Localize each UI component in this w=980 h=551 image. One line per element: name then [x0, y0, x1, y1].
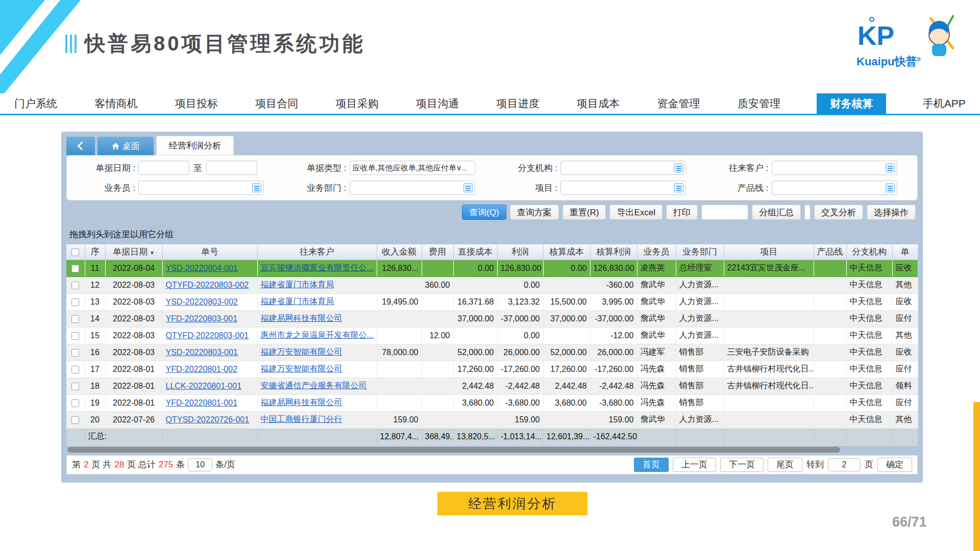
browse-list-icon[interactable] — [886, 163, 895, 172]
column-header-直接成本[interactable]: 直接成本 — [453, 244, 497, 260]
nav-item-项目投标[interactable]: 项目投标 — [174, 93, 219, 114]
column-header-产品线[interactable]: 产品线 — [814, 244, 846, 260]
link-no[interactable]: LLCK-20220801-001 — [166, 382, 242, 390]
horizontal-scrollbar[interactable] — [67, 447, 917, 454]
tab-profit-analysis[interactable]: 经营利润分析 — [156, 136, 234, 155]
row-checkbox[interactable] — [71, 315, 79, 323]
row-checkbox[interactable] — [71, 383, 79, 390]
table-row[interactable]: 172022-08-01YFD-20220801-002福建万安智能有限公司17… — [66, 361, 918, 378]
link-customer[interactable]: 宜宾骏继洪骝置业有限责任公... — [261, 263, 374, 272]
column-header-核算利润[interactable]: 核算利润 — [590, 244, 637, 260]
table-row[interactable]: 132022-08-03YSD-20220803-002福建省厦门市体育局19,… — [66, 293, 918, 310]
browse-list-icon[interactable] — [463, 183, 473, 192]
link-no[interactable]: QTYFD-20220803-002 — [166, 281, 249, 289]
column-header-分支机构[interactable]: 分支机构 — [846, 244, 892, 260]
查询方案-button[interactable]: 查询方案 — [510, 205, 559, 220]
link-customer[interactable]: 安徽省通信产业服务有限公司 — [261, 381, 367, 390]
prev-page-button[interactable]: 上一页 — [673, 458, 716, 472]
link-customer[interactable]: 福建万安智能有限公司 — [261, 364, 342, 373]
link-no[interactable]: QTYFD-20220803-001 — [166, 331, 249, 340]
goto-confirm-button[interactable]: 确定 — [877, 458, 912, 472]
查询Q-button[interactable]: 查询(Q) — [462, 205, 506, 220]
link-customer[interactable]: 福建易网科技有限公司 — [261, 398, 342, 407]
column-header-往来客户[interactable]: 往来客户 — [257, 244, 377, 260]
link-no[interactable]: YSD-20220804-001 — [166, 264, 238, 272]
table-row[interactable]: 182022-08-01LLCK-20220801-001安徽省通信产业服务有限… — [66, 378, 918, 394]
link-customer[interactable]: 福建省厦门市体育局 — [261, 297, 334, 306]
goto-page-input[interactable]: 2 — [828, 458, 861, 471]
交叉分析-button[interactable]: 交叉分析 — [814, 205, 863, 220]
link-customer[interactable]: 中国工商银行厦门分行 — [261, 415, 342, 423]
table-row[interactable]: 202022-07-26QTYSD-20220726-001中国工商银行厦门分行… — [66, 411, 918, 428]
column-header-单据日期[interactable]: 单据日期▼ — [105, 244, 162, 260]
group-drop-zone[interactable]: 拖拽列头到这里以用它分组 — [61, 224, 923, 244]
back-button[interactable] — [66, 137, 95, 155]
选择操作-button[interactable]: 选择操作 — [867, 205, 916, 220]
next-page-button[interactable]: 下一页 — [720, 458, 764, 472]
tab-desktop[interactable]: 桌面 — [97, 137, 154, 155]
table-row[interactable]: 192022-08-01YFD-20220801-001福建易网科技有限公司3,… — [66, 394, 918, 411]
nav-item-项目成本[interactable]: 项目成本 — [576, 93, 621, 114]
nav-item-项目合同[interactable]: 项目合同 — [254, 93, 299, 114]
分组汇总-button[interactable]: 分组汇总 — [752, 205, 801, 220]
row-checkbox[interactable] — [71, 298, 79, 306]
column-header-利润[interactable]: 利润 — [497, 244, 543, 260]
horizontal-scrollbar-thumb[interactable] — [67, 447, 840, 453]
browse-list-icon[interactable] — [674, 183, 683, 192]
link-customer[interactable]: 福建万安智能有限公司 — [261, 347, 342, 356]
row-checkbox[interactable] — [71, 349, 79, 357]
row-checkbox[interactable] — [71, 332, 79, 340]
link-no[interactable]: YFD-20220803-001 — [166, 314, 238, 323]
browse-input[interactable] — [560, 181, 686, 195]
table-row[interactable]: 122022-08-03QTYFD-20220803-002福建省厦门市体育局3… — [66, 277, 918, 293]
sort-desc-icon[interactable]: ▼ — [150, 250, 155, 256]
browse-input[interactable] — [350, 181, 475, 195]
row-checkbox[interactable] — [71, 265, 79, 272]
nav-item-财务核算[interactable]: 财务核算 — [817, 93, 886, 114]
column-header-核算成本[interactable]: 核算成本 — [543, 244, 590, 260]
doc-type-select[interactable]: 应收单,其他应收单,其他应付单∨.. — [350, 161, 475, 175]
browse-list-icon[interactable] — [886, 183, 895, 192]
打印-button[interactable]: 打印 — [666, 205, 698, 220]
column-header-单号[interactable]: 单号 — [162, 244, 257, 260]
row-checkbox[interactable] — [71, 366, 79, 373]
link-no[interactable]: YFD-20220801-001 — [166, 398, 238, 407]
column-header-序[interactable]: 序 — [85, 244, 105, 260]
link-customer[interactable]: 惠州市龙之泉温泉开发有限公... — [261, 331, 374, 339]
nav-item-项目采购[interactable]: 项目采购 — [335, 93, 380, 114]
last-page-button[interactable]: 尾页 — [768, 458, 802, 472]
link-customer[interactable]: 福建易网科技有限公司 — [261, 314, 342, 322]
browse-input[interactable] — [772, 161, 897, 175]
table-row[interactable]: 142022-08-03YFD-20220803-001福建易网科技有限公司37… — [66, 310, 918, 327]
page-size-input[interactable]: 10 — [188, 458, 212, 471]
nav-item-资金管理[interactable]: 资金管理 — [656, 93, 701, 114]
column-header-收入金额[interactable]: 收入金额 — [377, 244, 422, 260]
first-page-button[interactable]: 首页 — [634, 458, 669, 472]
table-row[interactable]: 162022-08-03YSD-20220803-001福建万安智能有限公司78… — [66, 344, 918, 361]
nav-item-项目进度[interactable]: 项目进度 — [496, 93, 541, 114]
row-checkbox[interactable] — [71, 399, 79, 407]
nav-item-门户系统[interactable]: 门户系统 — [13, 93, 58, 114]
nav-item-手机APP[interactable]: 手机APP — [922, 93, 967, 114]
date-to-input[interactable] — [206, 161, 257, 175]
select-all-checkbox[interactable] — [71, 248, 79, 256]
nav-item-质安管理[interactable]: 质安管理 — [737, 93, 781, 114]
toolbar-spacer[interactable] — [701, 205, 748, 220]
browse-input[interactable] — [138, 181, 264, 195]
date-from-input[interactable] — [138, 161, 189, 175]
row-checkbox[interactable] — [71, 282, 79, 289]
column-header-业务部门[interactable]: 业务部门 — [676, 244, 724, 260]
重置R-button[interactable]: 重置(R) — [562, 205, 606, 220]
link-no[interactable]: YFD-20220801-002 — [166, 365, 238, 373]
column-header-业务员[interactable]: 业务员 — [637, 244, 676, 260]
link-no[interactable]: QTYSD-20220726-001 — [166, 415, 250, 424]
browse-input[interactable] — [772, 181, 897, 195]
browse-list-icon[interactable] — [674, 163, 683, 172]
browse-input[interactable] — [560, 161, 686, 175]
link-customer[interactable]: 福建省厦门市体育局 — [261, 280, 334, 289]
column-header-单[interactable]: 单 — [892, 244, 918, 260]
table-row[interactable]: 152022-08-03QTYFD-20220803-001惠州市龙之泉温泉开发… — [66, 327, 918, 344]
link-no[interactable]: YSD-20220803-001 — [166, 348, 238, 357]
nav-item-项目沟通[interactable]: 项目沟通 — [415, 93, 460, 114]
column-header-项目[interactable]: 项目 — [724, 244, 814, 260]
